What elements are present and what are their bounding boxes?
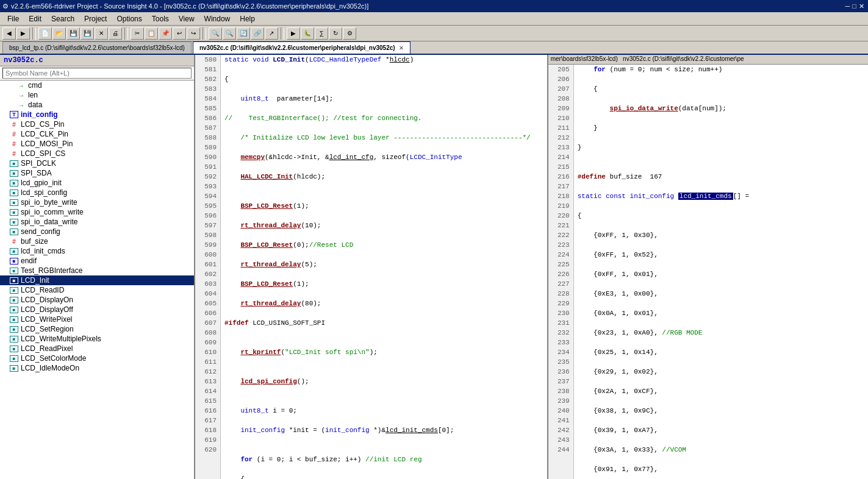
build-btn[interactable]: ▶ xyxy=(287,27,300,40)
list-item[interactable]: ■ lcd_gpio_init xyxy=(0,178,194,188)
list-item[interactable]: ■ lcd_init_cmds xyxy=(0,246,194,256)
code-text-left[interactable]: static void LCD_Init(LCDC_HandleTypeDef … xyxy=(221,55,547,479)
paste-btn[interactable]: 📌 xyxy=(159,27,172,40)
list-item[interactable]: ■ lcd_spi_config xyxy=(0,188,194,197)
square-icon: ■ xyxy=(10,160,18,167)
sym-label: lcd_init_cmds xyxy=(21,247,65,255)
symbol-search-input[interactable] xyxy=(2,68,192,79)
tab-close-icon[interactable]: ✕ xyxy=(399,45,404,51)
tab-nv3052c[interactable]: nv3052c.c (D:\sifli\git\sdk\v2.2.6\custo… xyxy=(193,41,411,54)
list-item[interactable]: # LCD_MOSI_Pin xyxy=(0,139,194,149)
search-btn[interactable]: 🔍 xyxy=(209,27,222,40)
square-icon: ■ xyxy=(10,209,18,216)
copy-btn[interactable]: 📋 xyxy=(145,27,158,40)
list-item[interactable]: ■ spi_io_comm_write xyxy=(0,207,194,217)
square-icon: ■ xyxy=(10,248,18,255)
print-btn[interactable]: 🖨 xyxy=(109,27,122,40)
menu-tools[interactable]: Tools xyxy=(147,13,174,24)
cut-btn[interactable]: ✂ xyxy=(131,27,144,40)
square-icon: ■ xyxy=(10,365,18,372)
sym-label: LCD_SetColorMode xyxy=(21,354,86,363)
open-btn[interactable]: 📂 xyxy=(52,27,66,40)
save-all-btn[interactable]: 💾 xyxy=(81,27,94,40)
titlebar-text: v2.2.6-em566-rtdriver Project - Source I… xyxy=(11,2,368,10)
code-scroll-right[interactable]: 205206207208209 210211212213214 21521621… xyxy=(548,65,868,479)
maximize-btn[interactable]: □ xyxy=(852,2,856,10)
list-item[interactable]: T init_config xyxy=(0,110,194,119)
list-item[interactable]: ■ LCD_IdleModeOn xyxy=(0,363,194,373)
menu-edit[interactable]: Edit xyxy=(24,13,46,24)
reload-btn[interactable]: ↻ xyxy=(329,27,342,40)
line-numbers-right: 205206207208209 210211212213214 21521621… xyxy=(548,65,574,479)
menu-search[interactable]: Search xyxy=(46,13,79,24)
replace-btn[interactable]: 🔄 xyxy=(237,27,250,40)
list-item[interactable]: ■ LCD_DisplayOff xyxy=(0,305,194,314)
minimize-btn[interactable]: ─ xyxy=(845,2,850,10)
find-ref-btn[interactable]: 🔗 xyxy=(251,27,264,40)
list-item[interactable]: ■ LCD_ReadID xyxy=(0,285,194,295)
menu-file[interactable]: File xyxy=(2,13,24,24)
list-item[interactable]: ■ Test_RGBInterface xyxy=(0,266,194,275)
square-icon: ■ xyxy=(10,316,18,323)
list-item[interactable]: ■ LCD_WriteMultiplePixels xyxy=(0,334,194,344)
list-item[interactable]: # buf_size xyxy=(0,236,194,246)
config-btn[interactable]: ⚙ xyxy=(343,27,356,40)
menu-window[interactable]: Window xyxy=(199,13,235,24)
new-btn[interactable]: 📄 xyxy=(38,27,52,40)
list-item[interactable]: # LCD_SPI_CS xyxy=(0,149,194,158)
menu-options[interactable]: Options xyxy=(112,13,146,24)
sym-label: LCD_SetRegion xyxy=(21,325,74,333)
sym-label: LCD_ReadID xyxy=(21,286,64,294)
list-item[interactable]: ■ endif xyxy=(0,256,194,266)
sym-label: LCD_CLK_Pin xyxy=(21,130,68,138)
undo-btn[interactable]: ↩ xyxy=(173,27,186,40)
symbol-list: → cmd → len → data T init_config # LCD_C… xyxy=(0,80,194,479)
close-btn[interactable]: ✕ xyxy=(859,2,864,10)
sym-btn[interactable]: ∑ xyxy=(315,27,328,40)
sym-label: LCD_WriteMultiplePixels xyxy=(21,335,101,343)
search2-btn[interactable]: 🔍 xyxy=(223,27,236,40)
list-item[interactable]: ■ SPI_DCLK xyxy=(0,158,194,168)
code-text-right[interactable]: for (num = 0; num < size; num++) { spi_i… xyxy=(574,65,868,479)
symbol-browser: nv3052c.c → cmd → len → data T init_conf… xyxy=(0,55,195,479)
list-item[interactable]: ■ LCD_SetColorMode xyxy=(0,353,194,363)
back-btn[interactable]: ◀ xyxy=(2,27,16,40)
hash-icon: # xyxy=(10,238,18,245)
list-item[interactable]: ■ LCD_WritePixel xyxy=(0,314,194,324)
sep2 xyxy=(124,27,128,40)
file-label: nv3052c.c xyxy=(0,55,194,66)
menu-help[interactable]: Help xyxy=(235,13,260,24)
save-btn[interactable]: 💾 xyxy=(66,27,80,40)
list-item[interactable]: ■ LCD_ReadPixel xyxy=(0,344,194,353)
hash-icon: # xyxy=(10,121,18,128)
list-item[interactable]: ■ LCD_DisplayOn xyxy=(0,295,194,305)
code-pane-left: 580581582583584 585586587588589 59059159… xyxy=(195,55,548,479)
list-item[interactable]: ■ send_config xyxy=(0,227,194,236)
list-item[interactable]: ■ spi_io_data_write xyxy=(0,217,194,227)
editor-area: 580581582583584 585586587588589 59059159… xyxy=(195,55,868,479)
list-item[interactable]: → len xyxy=(0,90,194,100)
tab-bsp-lcd[interactable]: bsp_lcd_tp.c (D:\sifli\git\sdk\v2.2.6\cu… xyxy=(2,41,192,54)
symbol-search-area xyxy=(0,66,194,80)
redo-btn[interactable]: ↪ xyxy=(187,27,200,40)
menu-view[interactable]: View xyxy=(174,13,199,24)
goto-btn[interactable]: ↗ xyxy=(265,27,278,40)
list-item[interactable]: ■ spi_io_byte_write xyxy=(0,197,194,207)
list-item[interactable]: ■ SPI_SDA xyxy=(0,168,194,178)
sym-label: LCD_DisplayOn xyxy=(21,296,73,304)
list-item[interactable]: # LCD_CLK_Pin xyxy=(0,129,194,139)
file-toolbar-group: 📄 📂 💾 💾 ✕ 🖨 xyxy=(38,27,122,40)
search-toolbar-group: 🔍 🔍 🔄 🔗 ↗ xyxy=(209,27,278,40)
debug-btn[interactable]: 🐛 xyxy=(301,27,314,40)
list-item[interactable]: → data xyxy=(0,100,194,110)
sym-label: LCD_IdleModeOn xyxy=(21,364,79,372)
menu-project[interactable]: Project xyxy=(79,13,112,24)
list-item-lcd-init[interactable]: ■ LCD_Init xyxy=(0,275,194,285)
code-scroll-left[interactable]: 580581582583584 585586587588589 59059159… xyxy=(195,55,547,479)
list-item[interactable]: ■ LCD_SetRegion xyxy=(0,324,194,334)
list-item[interactable]: # LCD_CS_Pin xyxy=(0,119,194,129)
square-icon: ■ xyxy=(10,258,18,264)
close-btn2[interactable]: ✕ xyxy=(95,27,108,40)
forward-btn[interactable]: ▶ xyxy=(16,27,30,40)
list-item[interactable]: → cmd xyxy=(0,80,194,90)
